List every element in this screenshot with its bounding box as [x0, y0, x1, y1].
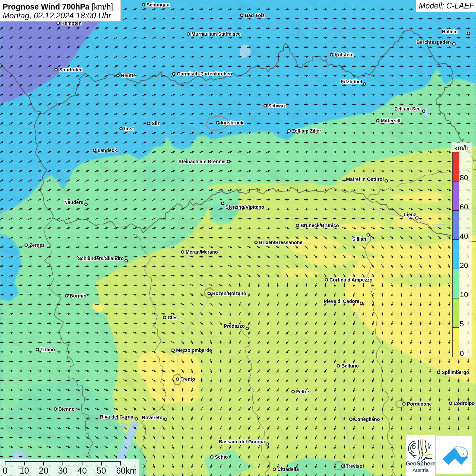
svg-text:Silz: Silz — [152, 121, 160, 126]
svg-text:Murnau am Staffelsee: Murnau am Staffelsee — [191, 31, 241, 37]
svg-text:Bruneck/Brunico: Bruneck/Brunico — [301, 223, 339, 228]
svg-text:Steinach am Brenner: Steinach am Brenner — [178, 159, 226, 164]
svg-text:Mezzolombardo: Mezzolombardo — [176, 347, 212, 353]
svg-text:Pieve di Cadore: Pieve di Cadore — [324, 299, 359, 304]
svg-text:Bozen/Bolzano: Bozen/Bolzano — [212, 291, 246, 296]
svg-text:Austria: Austria — [412, 467, 429, 473]
svg-text:Prognose Wind 700hPa [km/h]: Prognose Wind 700hPa [km/h] — [3, 2, 113, 11]
svg-text:Cles: Cles — [168, 315, 178, 320]
svg-text:20: 20 — [460, 261, 468, 270]
svg-text:Trento: Trento — [181, 376, 195, 382]
svg-text:Schio: Schio — [215, 454, 228, 460]
svg-text:Sonthofen: Sonthofen — [59, 67, 83, 72]
svg-text:5: 5 — [460, 320, 464, 328]
svg-text:50: 50 — [97, 466, 106, 475]
svg-text:Schlanders/Silandro: Schlanders/Silandro — [78, 256, 124, 261]
svg-text:Lienz: Lienz — [404, 212, 416, 217]
svg-text:Zell am Ziller: Zell am Ziller — [292, 128, 321, 134]
svg-text:Sterzing/Vipiteno: Sterzing/Vipiteno — [225, 204, 264, 210]
svg-text:km/h: km/h — [454, 144, 469, 152]
svg-text:Codroipo: Codroipo — [454, 401, 475, 406]
svg-text:30: 30 — [58, 466, 68, 475]
svg-text:Meran/Merano: Meran/Merano — [186, 249, 218, 255]
svg-text:Matrei in Osttirol: Matrei in Osttirol — [346, 176, 384, 182]
svg-text:Modell: C-LAEF: Modell: C-LAEF — [419, 1, 475, 10]
svg-text:Imst: Imst — [124, 126, 134, 131]
svg-text:Belluno: Belluno — [341, 363, 359, 369]
svg-text:Pordenone: Pordenone — [407, 401, 432, 407]
svg-text:Sillian: Sillian — [352, 236, 366, 242]
svg-text:Bormio: Bormio — [70, 293, 86, 299]
svg-text:Reutte: Reutte — [121, 73, 136, 78]
svg-text:Bad Tölz: Bad Tölz — [245, 13, 265, 18]
svg-text:40: 40 — [460, 232, 468, 240]
svg-text:Innsbruck: Innsbruck — [221, 120, 243, 125]
svg-text:Treviso: Treviso — [346, 463, 362, 469]
svg-text:Mittersill: Mittersill — [381, 118, 401, 123]
svg-text:Schongau: Schongau — [147, 2, 170, 7]
svg-text:80: 80 — [460, 173, 468, 182]
svg-text:Riva del Garda: Riva del Garda — [100, 414, 133, 420]
svg-text:Conegliano: Conegliano — [354, 417, 380, 422]
svg-text:Bassano del Grappa: Bassano del Grappa — [219, 439, 265, 444]
svg-text:Cortina d'Ampezzo: Cortina d'Ampezzo — [329, 277, 372, 283]
svg-text:Zernez: Zernez — [29, 242, 45, 248]
svg-text:Schwaz: Schwaz — [268, 103, 286, 108]
svg-text:60km: 60km — [116, 466, 137, 475]
svg-text:Nauders: Nauders — [64, 200, 83, 205]
svg-text:Predazzo: Predazzo — [224, 323, 245, 329]
svg-text:Spilimbergo: Spilimbergo — [442, 370, 469, 375]
svg-text:Garmisch-Partenkirchen: Garmisch-Partenkirchen — [177, 71, 232, 76]
svg-text:Hallein: Hallein — [442, 29, 458, 34]
svg-text:10: 10 — [20, 466, 29, 475]
svg-text:Rovereto: Rovereto — [142, 415, 163, 420]
svg-text:Feltre: Feltre — [296, 389, 309, 394]
svg-text:Kitzbühel: Kitzbühel — [341, 79, 362, 84]
svg-text:Berchtesgaden: Berchtesgaden — [417, 39, 451, 45]
svg-text:Montag, 02.12.2024 18:00 Uhr: Montag, 02.12.2024 18:00 Uhr — [3, 11, 112, 20]
svg-text:Cittadella: Cittadella — [277, 466, 299, 472]
svg-text:10: 10 — [460, 290, 468, 299]
svg-text:40: 40 — [77, 466, 87, 475]
svg-text:Tirano: Tirano — [40, 347, 55, 352]
svg-text:Bienno: Bienno — [58, 406, 74, 412]
svg-text:Zell am See: Zell am See — [394, 106, 421, 112]
svg-text:Landeck: Landeck — [98, 148, 117, 153]
svg-text:Brixen/Bressanone: Brixen/Bressanone — [259, 240, 303, 245]
svg-text:60: 60 — [460, 203, 468, 211]
svg-text:0: 0 — [3, 466, 7, 475]
svg-text:Kufstein: Kufstein — [335, 52, 354, 57]
svg-text:0: 0 — [460, 349, 464, 358]
svg-text:GeoSphere: GeoSphere — [406, 460, 436, 466]
svg-text:20: 20 — [39, 466, 48, 475]
